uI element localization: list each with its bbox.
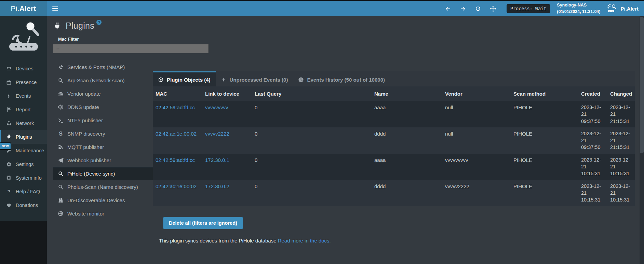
topbar: Pi.Alert Process: Wait Synology-NAS (01/… (0, 1, 644, 16)
col-header-created: Created (578, 86, 607, 101)
table-row: 02:42:ac:1e:00:02 vvvvv2222 0 dddd null … (153, 127, 635, 154)
bolt-icon (6, 93, 12, 99)
cell-vendor: vvvvvvvvv (442, 154, 511, 180)
device-link[interactable]: vvvvv2222 (205, 131, 229, 137)
mac-filter-input[interactable] (53, 44, 209, 53)
cell-link-to-device: vvvvvvvvv (202, 101, 252, 127)
globe-icon (57, 104, 64, 110)
plugin-item-undiscoverable-devices[interactable]: Un-Discoverable Devices (53, 193, 153, 207)
cell-last-query: 0 (252, 154, 372, 180)
tab-label: Unprocessed Events (0) (230, 77, 288, 83)
cell-scan-method: PIHOLE (511, 127, 578, 154)
plugin-item-ddns-update[interactable]: DDNS update (53, 100, 153, 113)
col-header-vendor: Vendor (442, 86, 511, 101)
mac-link[interactable]: 02:42:59:ad:fd:cc (156, 105, 195, 110)
plugin-item-website-monitor[interactable]: Website monitor (53, 207, 153, 220)
laptop-icon (6, 66, 12, 71)
process-status-badge: Process: Wait (507, 4, 550, 13)
sidebar-item-system-info[interactable]: System info (0, 171, 47, 185)
sitemap-icon (6, 121, 12, 126)
plugin-item-services-ports[interactable]: Services & Ports (NMAP) (53, 60, 153, 73)
plugin-item-arp-scan[interactable]: Arp-Scan (Network scan) (53, 73, 153, 87)
delete-all-button[interactable]: Delete all (filters are ignored) (163, 217, 243, 229)
gear-icon (6, 162, 12, 167)
sidebar-item-label: Plugins (16, 134, 32, 140)
cell-scan-method: PIHOLE (511, 101, 578, 127)
plug-icon (53, 22, 61, 30)
col-header-mac: MAC (153, 86, 202, 101)
cell-changed: 2023-12-21 10:15:31 (607, 154, 635, 180)
rss-icon (57, 144, 64, 150)
sidebar-item-donations[interactable]: Donations (0, 198, 47, 212)
sidebar-item-events[interactable]: Events (0, 89, 47, 103)
plugin-item-webhook-publisher[interactable]: Webhook publisher (53, 153, 153, 167)
tab-label: Plugin Objects (4) (167, 77, 211, 83)
col-header-scan-method: Scan method (511, 86, 578, 101)
device-link[interactable]: 172.30.0.2 (205, 183, 229, 189)
plugin-objects-table: MAC Link to device Last Query Name Vendo… (153, 86, 635, 206)
table-header-row: MAC Link to device Last Query Name Vendo… (153, 86, 635, 101)
cell-last-query: 0 (252, 180, 372, 206)
content-columns: Services & Ports (NMAP) Arp-Scan (Networ… (53, 60, 644, 244)
plugin-item-pihole-device-sync[interactable]: PiHole (Device sync) (53, 167, 153, 180)
forward-arrow-icon[interactable] (460, 5, 466, 12)
sidebar-item-network[interactable]: Network (0, 116, 47, 130)
sidebar-item-label: Report (16, 107, 31, 112)
cell-link-to-device: 172.30.0.2 (202, 180, 252, 206)
device-link[interactable]: 172.30.0.1 (205, 157, 229, 163)
mac-filter-label: Mac Filter (58, 37, 644, 42)
plugin-item-label: Un-Discoverable Devices (67, 197, 125, 203)
device-link[interactable]: vvvvvvvvv (205, 105, 228, 110)
cell-created: 2023-12-21 09:37:50 (578, 101, 607, 127)
move-icon[interactable] (490, 5, 496, 12)
plugin-item-label: PiHole (Device sync) (67, 171, 115, 177)
search-icon (57, 78, 64, 83)
refresh-icon[interactable] (475, 5, 481, 12)
mac-link[interactable]: 02:42:59:ad:fd:cc (156, 157, 195, 163)
tab-events-history[interactable]: Events History (50 out of 10000) (293, 71, 390, 86)
mac-link[interactable]: 02:42:ac:1e:00:02 (156, 131, 197, 137)
plugin-item-mqtt-publisher[interactable]: MQTT publisher (53, 140, 153, 153)
hamburger-menu-icon[interactable] (51, 4, 59, 13)
cell-name: aaaa (372, 101, 442, 127)
sidebar-item-report[interactable]: Report (0, 103, 47, 116)
sidebar-item-label: Maintenance (16, 148, 44, 153)
back-arrow-icon[interactable] (445, 5, 451, 12)
plugin-item-label: Services & Ports (NMAP) (67, 64, 125, 70)
cell-mac: 02:42:59:ad:fd:cc (153, 101, 202, 127)
cell-changed: 2023-12-21 10:15:31 (607, 180, 635, 206)
sidebar-item-label: Settings (16, 162, 33, 167)
new-feature-badge: NEW (0, 143, 11, 149)
table-row: 02:42:59:ad:fd:cc 172.30.0.1 0 aaaa vvvv… (153, 154, 635, 180)
help-badge[interactable]: ? (96, 20, 102, 25)
vertical-scrollbar[interactable] (640, 16, 644, 264)
sidebar-item-plugins[interactable]: Plugins (0, 130, 47, 144)
plugin-list: Services & Ports (NMAP) Arp-Scan (Networ… (53, 60, 153, 220)
plugin-item-ntfy-publisher[interactable]: NTFY publisher (53, 113, 153, 127)
docs-link[interactable]: Read more in the docs. (278, 238, 331, 244)
sidebar-item-help-faq[interactable]: ? Help / FAQ (0, 185, 47, 198)
clock-icon (298, 77, 304, 83)
pialert-logo-icon (607, 4, 617, 13)
plugin-item-label: MQTT publisher (67, 144, 104, 150)
terminal-icon (57, 117, 64, 123)
mac-link[interactable]: 02:42:ac:1e:00:02 (156, 183, 197, 189)
sidebar-item-settings[interactable]: Settings (0, 157, 47, 171)
sidebar-item-devices[interactable]: Devices (0, 62, 47, 75)
bolt-icon (221, 77, 227, 83)
plugin-item-vendor-update[interactable]: Vendor update (53, 87, 153, 100)
host-name: Synology-NAS (557, 2, 600, 9)
plug-icon (6, 134, 12, 140)
sidebar-item-presence[interactable]: Presence (0, 75, 47, 89)
binoculars-icon (57, 197, 64, 203)
plugin-item-label: Webhook publisher (67, 157, 111, 163)
plugin-item-pholus-scan[interactable]: Pholus-Scan (Name discovery) (53, 180, 153, 193)
scrollbar-thumb[interactable] (640, 17, 644, 153)
question-icon: ? (6, 189, 12, 194)
chip-icon (6, 175, 12, 181)
plugin-item-label: DDNS update (67, 104, 99, 110)
tab-plugin-objects[interactable]: Plugin Objects (4) (153, 71, 216, 86)
cell-link-to-device: 172.30.0.1 (202, 154, 252, 180)
tab-unprocessed-events[interactable]: Unprocessed Events (0) (216, 71, 293, 86)
plugin-item-snmp-discovery[interactable]: S SNMP discovery (53, 127, 153, 140)
